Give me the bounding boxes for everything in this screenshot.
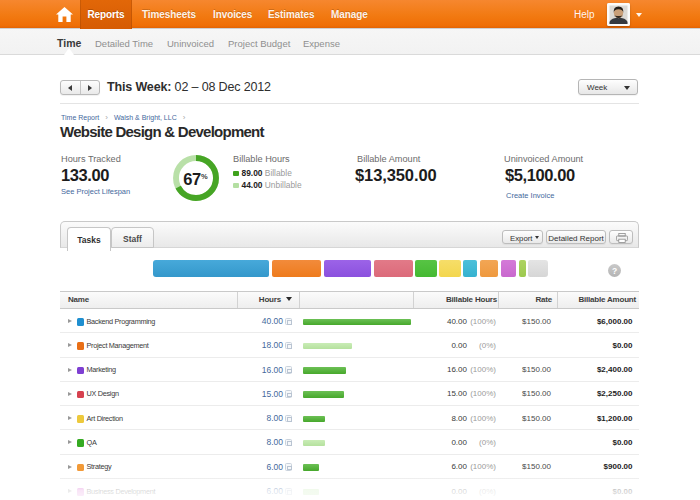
svg-text:%: %: [201, 172, 208, 181]
svg-text:67: 67: [183, 170, 201, 188]
